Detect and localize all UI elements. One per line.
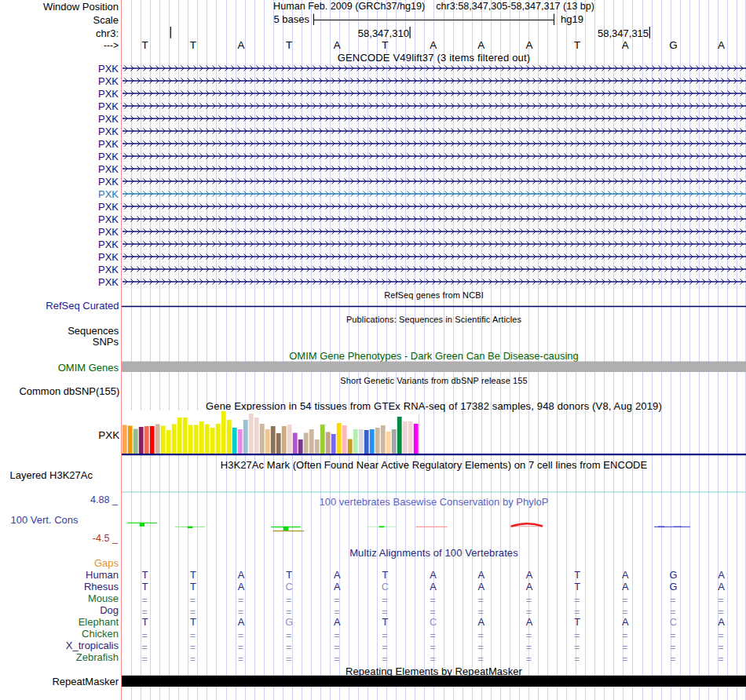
svg-text:Mouse: Mouse <box>88 592 119 604</box>
svg-text:=: = <box>334 654 339 665</box>
svg-text:PXK: PXK <box>98 75 119 87</box>
svg-text:=: = <box>478 642 484 653</box>
svg-text:A: A <box>622 616 629 628</box>
svg-text:=: = <box>670 642 675 653</box>
svg-text:=: = <box>622 595 627 606</box>
svg-text:RefSeq Curated: RefSeq Curated <box>46 300 119 312</box>
svg-text:C: C <box>286 581 293 592</box>
svg-text:T: T <box>382 39 388 51</box>
svg-text:PXK: PXK <box>98 239 119 250</box>
svg-text:Layered H3K27Ac: Layered H3K27Ac <box>9 469 93 481</box>
svg-text:PXK: PXK <box>98 63 119 75</box>
svg-text:A: A <box>622 39 629 51</box>
svg-text:PXK: PXK <box>98 226 119 238</box>
svg-text:100 Vert. Cons: 100 Vert. Cons <box>11 514 79 526</box>
svg-text:PXK: PXK <box>98 88 119 100</box>
svg-text:=: = <box>574 654 580 665</box>
svg-text:=: = <box>238 595 243 606</box>
svg-text:RefSeq genes from NCBI: RefSeq genes from NCBI <box>384 290 484 300</box>
svg-text:OMIM Genes: OMIM Genes <box>58 362 119 374</box>
svg-text:A: A <box>334 616 341 628</box>
svg-text:=: = <box>190 642 196 653</box>
svg-text:GENCODE V49lift37 (3 items fil: GENCODE V49lift37 (3 items filtered out) <box>338 52 531 64</box>
svg-text:=: = <box>334 642 339 653</box>
svg-text:T: T <box>142 39 148 51</box>
svg-text:58,347,310: 58,347,310 <box>358 27 409 39</box>
svg-text:Gene Expression in 54 tissues: Gene Expression in 54 tissues from GTEx … <box>206 400 662 412</box>
svg-text:=: = <box>574 630 580 641</box>
svg-text:G: G <box>669 581 677 592</box>
svg-text:=: = <box>190 595 196 606</box>
svg-text:T: T <box>286 39 292 51</box>
svg-text:X_tropicalis: X_tropicalis <box>66 640 119 651</box>
svg-text:A: A <box>526 569 533 581</box>
svg-text:T: T <box>382 616 389 628</box>
svg-text:A: A <box>525 39 532 51</box>
svg-text:=: = <box>382 595 387 606</box>
svg-text:=: = <box>286 642 291 653</box>
svg-text:=: = <box>670 630 675 641</box>
svg-text:A: A <box>622 581 629 592</box>
svg-text:A: A <box>526 581 533 592</box>
svg-text:=: = <box>142 654 148 665</box>
svg-text:T: T <box>190 569 196 581</box>
svg-text:A: A <box>622 569 629 581</box>
svg-text:=: = <box>286 595 291 606</box>
svg-text:PXK: PXK <box>98 163 119 175</box>
svg-text:=: = <box>670 654 675 665</box>
svg-text:=: = <box>526 595 532 606</box>
svg-text:Multiz Alignments of 100 Verte: Multiz Alignments of 100 Vertebrates <box>349 547 518 559</box>
svg-text:Window Position: Window Position <box>43 1 119 13</box>
svg-text:=: = <box>382 654 387 665</box>
svg-text:Sequences: Sequences <box>68 325 119 337</box>
svg-text:=: = <box>478 595 484 606</box>
svg-text:=: = <box>382 642 387 653</box>
svg-text:=: = <box>238 630 243 641</box>
svg-text:PXK: PXK <box>98 276 119 288</box>
svg-text:PXK: PXK <box>98 138 119 150</box>
svg-text:=: = <box>526 642 532 653</box>
svg-text:SNPs: SNPs <box>93 336 119 348</box>
svg-text:=: = <box>526 630 532 641</box>
svg-text:A: A <box>718 39 725 51</box>
svg-text:Publications: Sequences in Sci: Publications: Sequences in Scientific Ar… <box>346 315 522 324</box>
svg-text:OMIM Gene Phenotypes - Dark Gr: OMIM Gene Phenotypes - Dark Green Can Be… <box>289 350 579 362</box>
svg-text:chr3:: chr3: <box>96 27 119 39</box>
svg-text:A: A <box>430 569 437 581</box>
svg-text:Elephant: Elephant <box>79 616 119 628</box>
svg-text:=: = <box>190 630 196 641</box>
svg-text:=: = <box>718 630 723 641</box>
svg-text:T: T <box>190 39 196 51</box>
svg-text:=: = <box>286 654 291 665</box>
svg-text:=: = <box>718 654 723 665</box>
svg-text:PXK: PXK <box>98 213 119 225</box>
svg-text:T: T <box>574 569 580 581</box>
svg-text:A: A <box>718 581 725 592</box>
svg-text:=: = <box>430 654 435 665</box>
svg-text:Rhesus: Rhesus <box>84 581 119 592</box>
svg-text:T: T <box>382 569 389 581</box>
svg-text:PXK: PXK <box>98 264 119 275</box>
svg-text:T: T <box>142 616 148 628</box>
svg-text:G: G <box>285 616 293 628</box>
svg-text:T: T <box>574 616 580 628</box>
svg-text:5 bases: 5 bases <box>273 13 309 25</box>
svg-text:=: = <box>718 642 723 653</box>
svg-text:=: = <box>142 595 148 606</box>
svg-text:T: T <box>190 581 196 592</box>
svg-text:A: A <box>477 581 485 592</box>
svg-text:T: T <box>574 581 580 592</box>
svg-text:--->: ---> <box>104 40 119 51</box>
svg-text:=: = <box>334 595 339 606</box>
svg-text:=: = <box>622 654 627 665</box>
svg-text:A: A <box>334 39 341 51</box>
svg-text:T: T <box>190 616 196 628</box>
svg-text:=: = <box>430 595 435 606</box>
svg-text:T: T <box>142 569 148 581</box>
svg-text:=: = <box>526 654 532 665</box>
svg-text:A: A <box>526 616 533 628</box>
svg-text:=: = <box>430 642 435 653</box>
svg-text:PXK: PXK <box>98 100 119 112</box>
svg-text:Chicken: Chicken <box>82 628 119 640</box>
svg-text:hg19: hg19 <box>561 13 583 25</box>
